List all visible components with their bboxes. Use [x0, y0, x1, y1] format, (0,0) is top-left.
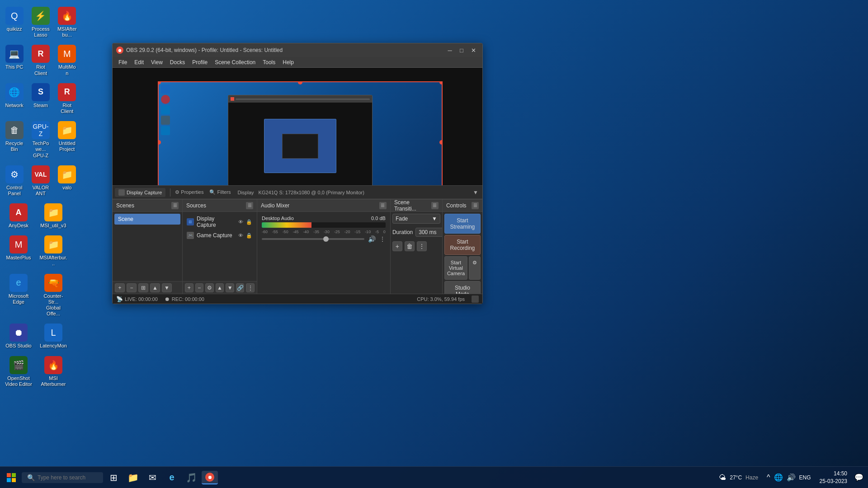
- menu-tools[interactable]: Tools: [259, 58, 279, 66]
- sources-down-btn[interactable]: ▼: [226, 283, 234, 292]
- source-item-display-capture[interactable]: ⊞ Display Capture 👁 🔒: [184, 214, 255, 230]
- sources-up-btn[interactable]: ▲: [216, 283, 224, 292]
- start-recording-button[interactable]: Start Recording: [444, 235, 481, 255]
- desktop-icon-steam[interactable]: S Steam: [28, 81, 52, 117]
- search-input[interactable]: [38, 474, 98, 481]
- desktop-icon-network[interactable]: 🌐 Network: [2, 81, 26, 117]
- quikizz-icon: Q: [5, 7, 24, 25]
- duration-input[interactable]: [415, 228, 442, 237]
- pinned-app-icon: 🎵: [186, 472, 197, 483]
- desktop-icon-quikizz[interactable]: Q quikizz: [2, 5, 26, 40]
- desktop-icon-csgo[interactable]: 🔫 Counter-Str...Global Offe...: [37, 272, 70, 319]
- audio-desktop-menu-btn[interactable]: ⋮: [379, 235, 386, 243]
- desktop-icon-latencymon[interactable]: L LatencyMon: [37, 321, 70, 351]
- pinned-app-button[interactable]: 🎵: [182, 469, 200, 487]
- transition-more-btn[interactable]: ⋮: [417, 241, 427, 251]
- resize-right-center[interactable]: [439, 140, 443, 145]
- resize-top-right[interactable]: [439, 81, 443, 84]
- desktop-icon-msiafterburner2[interactable]: 📁 MSIAfterbur...: [37, 233, 70, 269]
- multimon-label: MultiMon: [57, 64, 77, 76]
- desktop-icon-anydesk[interactable]: A AnyDesk: [2, 201, 35, 231]
- transition-select[interactable]: Fade ▼: [392, 214, 440, 224]
- virtual-camera-settings-btn[interactable]: ⚙: [469, 256, 481, 280]
- source-display-lock-btn[interactable]: 🔒: [245, 218, 253, 225]
- sources-remove-btn[interactable]: −: [195, 283, 204, 292]
- this-pc-label: This PC: [5, 64, 23, 70]
- controls-panel-menu-btn[interactable]: ☰: [472, 202, 479, 209]
- preview-dropdown-btn[interactable]: ▼: [471, 188, 480, 197]
- taskbar-clock[interactable]: 14:50 25-03-2023: [816, 470, 851, 485]
- desktop-icon-ms-edge[interactable]: e MicrosoftEdge: [2, 272, 35, 319]
- menu-docks[interactable]: Docks: [166, 58, 189, 66]
- desktop-icon-valorant[interactable]: VAL VALORANT: [28, 163, 52, 199]
- menu-view[interactable]: View: [147, 58, 166, 66]
- desktop-icon-control-panel[interactable]: ⚙ ControlPanel: [2, 163, 26, 199]
- taskbar-search[interactable]: 🔍: [22, 472, 103, 483]
- audio-panel-menu-btn[interactable]: ☰: [379, 202, 387, 209]
- preview-tab-display-capture[interactable]: Display Capture: [115, 188, 165, 197]
- desktop-icon-msi-util[interactable]: 📁 MSI_util_v3: [37, 201, 70, 231]
- preview-properties-btn[interactable]: ⚙ Properties: [175, 189, 203, 195]
- task-view-button[interactable]: ⊞: [104, 469, 123, 487]
- transition-add-btn[interactable]: +: [392, 241, 402, 251]
- obs-taskbar-button[interactable]: ⏺: [202, 471, 218, 484]
- sources-settings-btn[interactable]: ⚙: [205, 283, 214, 292]
- desktop-icon-riot-client[interactable]: R Riot Client: [28, 42, 52, 78]
- scenes-add-btn[interactable]: +: [115, 283, 125, 292]
- network-tray-icon[interactable]: 🌐: [774, 473, 783, 482]
- desktop-icon-untitled-project[interactable]: 📁 UntitledProject: [55, 119, 79, 161]
- menu-scene-collection[interactable]: Scene Collection: [211, 58, 259, 66]
- menu-file[interactable]: File: [115, 58, 131, 66]
- start-streaming-button[interactable]: Start Streaming: [444, 214, 481, 234]
- close-button[interactable]: ✕: [468, 46, 479, 55]
- desktop-icon-obs-studio[interactable]: ⏺ OBS Studio: [2, 321, 35, 351]
- transitions-panel-menu-btn[interactable]: ☰: [431, 202, 439, 209]
- edge-button[interactable]: e: [163, 469, 181, 487]
- untitled-project-label: UntitledProject: [59, 141, 75, 152]
- desktop-icon-masterplus[interactable]: M MasterPlus: [2, 233, 35, 269]
- scenes-up-btn[interactable]: ▲: [150, 283, 160, 292]
- source-display-eye-btn[interactable]: 👁: [237, 218, 244, 225]
- scenes-configure-btn[interactable]: ⊞: [138, 283, 148, 292]
- maximize-button[interactable]: □: [456, 46, 467, 55]
- audio-desktop-mute-btn[interactable]: 🔊: [368, 235, 376, 243]
- scenes-remove-btn[interactable]: −: [127, 283, 137, 292]
- source-item-game-capture[interactable]: 🎮 Game Capture 👁 🔒: [184, 230, 255, 241]
- desktop-icon-techpowerup[interactable]: GPU-Z TechPowe...GPU-Z: [28, 119, 52, 161]
- desktop-icon-msi-afterburner[interactable]: 🔥 MSIAfterbu...: [55, 5, 79, 40]
- file-explorer-button[interactable]: 📁: [124, 469, 142, 487]
- desktop-icon-this-pc[interactable]: 💻 This PC: [2, 42, 26, 78]
- desktop-icon-valo[interactable]: 📁 valo: [55, 163, 79, 199]
- source-game-eye-btn[interactable]: 👁: [237, 232, 244, 239]
- start-virtual-camera-button[interactable]: Start Virtual Camera: [444, 256, 467, 280]
- notification-button[interactable]: 💬: [852, 469, 866, 487]
- mail-button[interactable]: ✉: [143, 469, 161, 487]
- desktop-icon-openshot[interactable]: 🎬 OpenShotVideo Editor: [2, 354, 35, 389]
- volume-tray-icon[interactable]: 🔊: [787, 473, 796, 482]
- audio-desktop-slider[interactable]: [262, 238, 364, 240]
- sources-add-btn[interactable]: +: [185, 283, 193, 292]
- source-game-lock-btn[interactable]: 🔒: [245, 232, 253, 239]
- start-button[interactable]: [2, 469, 20, 487]
- desktop-icon-riot-client2[interactable]: R Riot Client: [55, 81, 79, 117]
- menu-edit[interactable]: Edit: [131, 58, 147, 66]
- desktop-icon-process-lasso[interactable]: ⚡ Process Lasso: [28, 5, 52, 40]
- scenes-panel-header: Scenes ☰: [113, 199, 182, 212]
- minimize-button[interactable]: ─: [444, 46, 455, 55]
- desktop-icon-multimon[interactable]: M MultiMon: [55, 42, 79, 78]
- desktop-icon-msi-afterburner3[interactable]: 🔥 MSIAfterburner: [37, 354, 70, 389]
- sources-more-btn[interactable]: ⋮: [246, 283, 255, 292]
- studio-mode-button[interactable]: Studio Mode: [444, 281, 481, 294]
- transition-remove-btn[interactable]: 🗑: [405, 241, 415, 251]
- sources-link-btn[interactable]: 🔗: [236, 283, 245, 292]
- sources-panel-menu-btn[interactable]: ☰: [246, 202, 253, 209]
- status-expand-btn[interactable]: [472, 296, 479, 303]
- scenes-panel-menu-btn[interactable]: ☰: [171, 202, 179, 209]
- scenes-down-btn[interactable]: ▼: [162, 283, 172, 292]
- desktop-icon-recycle-bin[interactable]: 🗑 Recycle Bin: [2, 119, 26, 161]
- scene-item-scene[interactable]: Scene: [114, 214, 180, 225]
- hidden-icons-btn[interactable]: ^: [767, 474, 770, 482]
- preview-filters-btn[interactable]: 🔍 Filters: [209, 189, 231, 195]
- menu-help[interactable]: Help: [279, 58, 297, 66]
- menu-profile[interactable]: Profile: [189, 58, 211, 66]
